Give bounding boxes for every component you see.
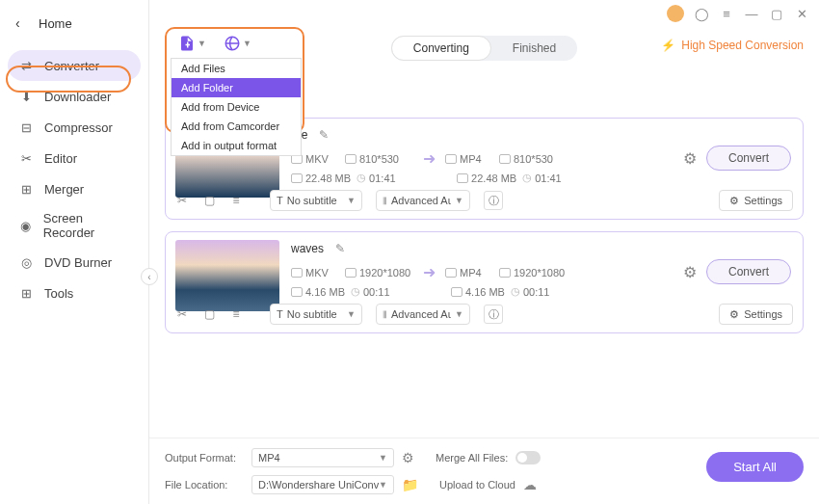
add-menu-item[interactable]: Add from Camcorder <box>172 117 301 136</box>
info-button[interactable]: ⓘ <box>484 191 503 210</box>
tab-converting[interactable]: Converting <box>391 36 491 61</box>
gear-icon: ⚙ <box>729 195 739 207</box>
dst-size: 22.48 MB <box>471 172 516 184</box>
home-label: Home <box>39 16 72 31</box>
file-card: waves ✎ MKV 1920*1080 ➜ MP4 1920*1080 4.… <box>165 231 804 333</box>
tab-finished[interactable]: Finished <box>491 36 577 61</box>
menu-icon[interactable]: ≡ <box>719 6 734 21</box>
thumbnail[interactable] <box>175 240 279 311</box>
merger-icon: ⊞ <box>17 180 35 198</box>
sidebar-item-label: Editor <box>44 151 77 166</box>
avatar-icon[interactable] <box>667 5 684 22</box>
compressor-icon: ⊟ <box>17 119 35 136</box>
edit-name-icon[interactable]: ✎ <box>333 242 347 255</box>
add-file-button[interactable]: ▼ <box>178 35 206 52</box>
sidebar-item-screen-recorder[interactable]: ◉ Screen Recorder <box>0 204 148 247</box>
settings-button[interactable]: ⚙ Settings <box>719 190 793 211</box>
add-menu-item[interactable]: Add in output format <box>172 136 301 155</box>
minimize-icon[interactable]: — <box>744 6 759 21</box>
output-format-label: Output Format: <box>165 452 244 464</box>
sidebar-item-tools[interactable]: ⊞ Tools <box>0 278 148 308</box>
tools-icon: ⊞ <box>17 284 35 302</box>
trim-icon[interactable]: ✂ <box>175 307 189 321</box>
output-gear-icon[interactable]: ⚙ <box>683 149 697 168</box>
advanced-value: Advanced Audi... <box>391 308 451 320</box>
sidebar-item-converter[interactable]: ⇄ Converter <box>8 50 141 81</box>
sidebar-item-label: DVD Burner <box>44 255 112 270</box>
dst-duration: 00:11 <box>523 286 550 298</box>
add-url-button[interactable]: ▼ <box>224 35 251 52</box>
chevron-down-icon: ▼ <box>347 196 356 205</box>
src-duration: 01:41 <box>369 172 396 184</box>
output-format-select[interactable]: MP4 ▼ <box>251 448 394 467</box>
tab-bar: Converting Finished <box>391 36 577 61</box>
src-duration: 00:11 <box>363 286 390 298</box>
output-gear-icon[interactable]: ⚙ <box>683 263 697 281</box>
src-format: MKV <box>305 267 329 279</box>
add-menu-item[interactable]: Add from Device <box>172 97 301 117</box>
settings-label: Settings <box>744 308 782 320</box>
clock-icon: ◷ <box>351 285 360 298</box>
dst-size: 4.16 MB <box>465 286 505 298</box>
sidebar-item-editor[interactable]: ✂ Editor <box>0 143 148 173</box>
sidebar-item-label: Compressor <box>44 120 113 135</box>
high-speed-link[interactable]: ⚡ High Speed Conversion <box>661 39 804 52</box>
add-menu-item[interactable]: Add Files <box>172 59 301 78</box>
add-url-icon <box>224 35 241 52</box>
home-row[interactable]: ‹ Home <box>0 8 148 39</box>
audio-icon: ⫴ <box>383 308 387 321</box>
screen-recorder-icon: ◉ <box>17 217 34 234</box>
sidebar-item-dvd-burner[interactable]: ◎ DVD Burner <box>0 247 148 278</box>
subtitle-select[interactable]: TNo subtitle ▼ <box>270 304 362 325</box>
output-settings-icon[interactable]: ⚙ <box>402 450 414 465</box>
upload-label: Upload to Cloud <box>439 479 515 491</box>
add-area-highlight: ▼ ▼ Add Files Add Folder Add from Device… <box>165 27 304 133</box>
file-location-select[interactable]: D:\Wondershare UniConverter 1 ▼ <box>251 475 394 494</box>
add-menu-item[interactable]: Add Folder <box>172 78 301 97</box>
titlebar: ◯ ≡ — ▢ ✕ <box>149 0 819 27</box>
add-menu: Add Files Add Folder Add from Device Add… <box>171 58 302 156</box>
effects-icon[interactable]: ≡ <box>229 307 243 321</box>
maximize-icon[interactable]: ▢ <box>769 6 784 21</box>
convert-button[interactable]: Convert <box>706 259 791 284</box>
subtitle-icon: T <box>277 308 283 320</box>
settings-label: Settings <box>744 195 782 206</box>
sidebar-item-compressor[interactable]: ⊟ Compressor <box>0 112 148 143</box>
resolution-icon <box>499 268 511 278</box>
clock-icon: ◷ <box>511 285 520 298</box>
advanced-audio-select[interactable]: ⫴Advanced Audi... ▼ <box>376 304 470 325</box>
resolution-icon <box>345 268 357 278</box>
support-icon[interactable]: ◯ <box>694 6 709 21</box>
start-all-button[interactable]: Start All <box>706 452 804 482</box>
sidebar-item-label: Tools <box>44 286 73 301</box>
subtitle-select[interactable]: TNo subtitle ▼ <box>270 190 362 211</box>
main: ◯ ≡ — ▢ ✕ ▼ ▼ <box>149 0 819 504</box>
crop-icon[interactable]: ▢ <box>202 307 216 321</box>
cloud-icon[interactable]: ☁ <box>523 477 537 492</box>
back-icon[interactable]: ‹ <box>15 15 31 31</box>
edit-name-icon[interactable]: ✎ <box>317 128 330 142</box>
format-icon <box>291 268 303 278</box>
converter-icon: ⇄ <box>17 57 35 74</box>
src-size: 22.48 MB <box>305 172 351 184</box>
resolution-icon <box>499 154 511 164</box>
format-icon <box>445 268 457 278</box>
advanced-audio-select[interactable]: ⫴Advanced Audi... ▼ <box>376 190 470 211</box>
chevron-down-icon: ▼ <box>455 196 463 205</box>
convert-button[interactable]: Convert <box>706 146 791 171</box>
folder-icon[interactable]: 📁 <box>402 477 418 492</box>
clock-icon: ◷ <box>522 172 532 184</box>
trim-icon[interactable]: ✂ <box>175 194 189 207</box>
file-name: waves <box>291 242 324 255</box>
info-button[interactable]: ⓘ <box>484 305 503 324</box>
add-file-icon <box>178 35 196 52</box>
src-resolution: 1920*1080 <box>359 267 410 279</box>
settings-button[interactable]: ⚙ Settings <box>719 304 793 325</box>
crop-icon[interactable]: ▢ <box>202 194 216 207</box>
effects-icon[interactable]: ≡ <box>229 194 243 207</box>
sidebar-item-downloader[interactable]: ⬇ Downloader <box>0 81 148 112</box>
merge-toggle[interactable] <box>515 451 541 464</box>
sidebar-item-merger[interactable]: ⊞ Merger <box>0 173 148 204</box>
size-icon <box>457 173 468 183</box>
close-icon[interactable]: ✕ <box>794 6 809 21</box>
